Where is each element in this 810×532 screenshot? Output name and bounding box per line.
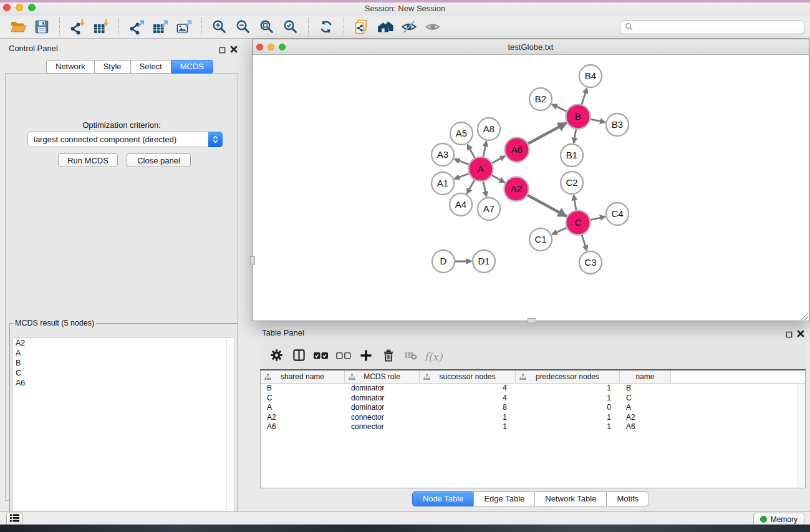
graph-node-A4[interactable]: A4 bbox=[450, 193, 472, 216]
graph-node-C[interactable]: C bbox=[566, 211, 591, 235]
graph-node-B2[interactable]: B2 bbox=[529, 88, 552, 110]
new-network-from-selection-button[interactable] bbox=[350, 17, 374, 37]
table-tab-edge-table[interactable]: Edge Table bbox=[473, 491, 535, 506]
svg-text:C4: C4 bbox=[611, 208, 623, 219]
settings-gear-button[interactable] bbox=[265, 346, 287, 367]
column-header-name[interactable]: name bbox=[620, 370, 671, 383]
export-image-button[interactable] bbox=[172, 17, 196, 37]
graph-node-C2[interactable]: C2 bbox=[561, 172, 583, 194]
table-tab-node-table[interactable]: Node Table bbox=[412, 491, 475, 506]
zoom-selected-button[interactable] bbox=[279, 17, 302, 37]
graph-node-C1[interactable]: C1 bbox=[529, 228, 552, 251]
close-table-panel-icon[interactable] bbox=[797, 329, 804, 340]
column-header-successor-nodes[interactable]: successor nodes bbox=[420, 370, 516, 383]
network-canvas[interactable]: B4B2BB3A5A8A6B1A3AC2A1A2A4A7C4CC1C3DD1 bbox=[253, 55, 809, 321]
graph-node-B1[interactable]: B1 bbox=[561, 144, 583, 167]
column-type-icon bbox=[264, 374, 271, 382]
float-table-panel-icon[interactable] bbox=[786, 329, 793, 341]
column-header-MCDS-role[interactable]: MCDS role bbox=[345, 370, 420, 383]
search-input[interactable] bbox=[635, 22, 804, 33]
close-panel-button[interactable]: Close panel bbox=[127, 153, 191, 167]
mcds-result-item[interactable]: A6 bbox=[13, 378, 234, 388]
column-visibility-button[interactable] bbox=[287, 346, 310, 367]
mcds-result-item[interactable]: A bbox=[13, 348, 234, 358]
create-column-button[interactable] bbox=[355, 346, 377, 367]
create-column-icon bbox=[359, 349, 373, 365]
graph-node-A1[interactable]: A1 bbox=[432, 172, 454, 195]
graph-node-C4[interactable]: C4 bbox=[606, 203, 629, 225]
hide-selected-button[interactable] bbox=[397, 17, 421, 37]
toolbar-separator bbox=[59, 18, 60, 36]
graph-node-B3[interactable]: B3 bbox=[606, 114, 629, 136]
run-mcds-button[interactable]: Run MCDS bbox=[58, 153, 118, 167]
table-row[interactable]: Bdominator41B bbox=[261, 384, 805, 394]
column-header-shared-name[interactable]: shared name bbox=[261, 370, 345, 383]
open-file-button[interactable] bbox=[6, 17, 30, 37]
table-row[interactable]: A6connector11A6 bbox=[261, 422, 805, 432]
select-all-rows-button[interactable] bbox=[310, 346, 332, 367]
tab-style[interactable]: Style bbox=[94, 60, 131, 74]
table-row[interactable]: A2connector11A2 bbox=[261, 413, 805, 423]
table-panel: Table Panel f(x) shared nameMCDS rolesuc… bbox=[251, 323, 810, 509]
graph-node-A2[interactable]: A2 bbox=[504, 177, 529, 201]
network-graph[interactable]: B4B2BB3A5A8A6B1A3AC2A1A2A4A7C4CC1C3DD1 bbox=[253, 55, 809, 321]
svg-text:A1: A1 bbox=[437, 178, 448, 188]
export-network-button[interactable] bbox=[125, 17, 148, 37]
criterion-select[interactable]: largest connected component (directed) bbox=[27, 132, 223, 147]
task-history-button[interactable] bbox=[6, 513, 22, 526]
tab-network[interactable]: Network bbox=[46, 60, 95, 74]
graph-node-A7[interactable]: A7 bbox=[478, 198, 500, 220]
table-scrollbar[interactable] bbox=[798, 384, 804, 487]
table-tab-motifs[interactable]: Motifs bbox=[606, 491, 649, 506]
optimization-criterion-label: Optimization criterion: bbox=[6, 120, 238, 130]
tab-select[interactable]: Select bbox=[130, 60, 171, 74]
workspace: Control Panel NetworkStyleSelectMCDS Opt… bbox=[0, 39, 810, 511]
graph-node-A[interactable]: A bbox=[469, 157, 493, 181]
table-cell: dominator bbox=[345, 394, 420, 404]
delete-columns-icon bbox=[382, 349, 395, 364]
tab-mcds[interactable]: MCDS bbox=[171, 60, 213, 74]
close-panel-icon[interactable] bbox=[230, 44, 238, 56]
window-resize-grip[interactable] bbox=[801, 312, 808, 320]
window-edge-handle-left[interactable] bbox=[250, 256, 255, 265]
mcds-result-title: MCDS result (5 nodes) bbox=[13, 319, 96, 327]
graph-node-A8[interactable]: A8 bbox=[478, 118, 500, 140]
graph-node-D1[interactable]: D1 bbox=[473, 250, 495, 273]
mcds-result-item[interactable]: C bbox=[13, 368, 234, 378]
table-row[interactable]: Cdominator41C bbox=[261, 394, 805, 404]
table-cell: 1 bbox=[516, 413, 620, 423]
save-session-button[interactable] bbox=[30, 17, 54, 37]
refresh-layout-button[interactable] bbox=[314, 17, 338, 37]
mcds-result-item[interactable]: A2 bbox=[13, 338, 234, 348]
mcds-result-list[interactable]: A2ABCA6 bbox=[12, 337, 235, 528]
graph-node-A6[interactable]: A6 bbox=[505, 138, 529, 162]
search-field[interactable] bbox=[620, 20, 804, 34]
zoom-in-button[interactable] bbox=[208, 17, 231, 37]
delete-columns-button[interactable] bbox=[377, 346, 400, 367]
graph-node-D[interactable]: D bbox=[432, 250, 455, 273]
import-network-button[interactable] bbox=[65, 17, 89, 37]
graph-node-A3[interactable]: A3 bbox=[432, 143, 454, 166]
export-table-button[interactable] bbox=[148, 17, 172, 37]
result-scrollbar[interactable] bbox=[226, 338, 234, 527]
mcds-result-item[interactable]: B bbox=[13, 358, 234, 368]
graph-node-A5[interactable]: A5 bbox=[450, 122, 473, 145]
svg-text:D: D bbox=[440, 256, 447, 266]
memory-button[interactable]: Memory bbox=[753, 513, 804, 526]
first-neighbors-button[interactable] bbox=[374, 17, 397, 37]
table-cell: 1 bbox=[516, 422, 620, 432]
toolbar-separator bbox=[201, 18, 202, 36]
window-edge-handle-bottom[interactable] bbox=[528, 318, 536, 323]
delete-table-icon bbox=[404, 350, 418, 363]
zoom-out-button[interactable] bbox=[231, 17, 255, 37]
deselect-all-rows-button[interactable] bbox=[332, 346, 355, 367]
graph-node-B4[interactable]: B4 bbox=[579, 65, 602, 87]
column-header-predecessor-nodes[interactable]: predecessor nodes bbox=[516, 370, 620, 383]
table-row[interactable]: Adominator80A bbox=[261, 403, 805, 413]
table-tab-network-table[interactable]: Network Table bbox=[534, 491, 607, 506]
float-panel-icon[interactable] bbox=[219, 45, 226, 56]
import-table-button[interactable] bbox=[89, 17, 113, 37]
graph-node-B[interactable]: B bbox=[566, 105, 591, 129]
graph-node-C3[interactable]: C3 bbox=[579, 251, 602, 274]
zoom-fit-button[interactable] bbox=[255, 17, 279, 37]
